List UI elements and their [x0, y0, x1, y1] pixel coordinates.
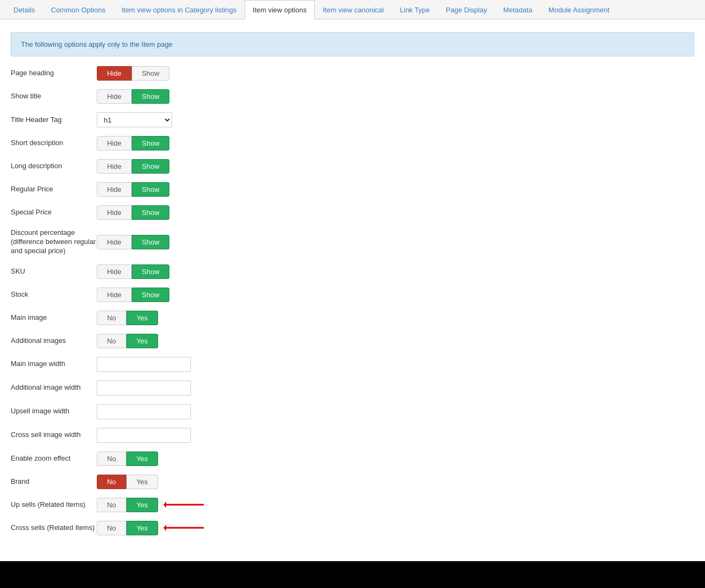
yes-btn-cross-sells[interactable]: Yes [126, 521, 158, 535]
hide-btn-discount-percentage[interactable]: Hide [97, 235, 132, 249]
row-discount-percentage: Discount percentage (difference between … [11, 224, 694, 260]
control-long-description: HideShow [97, 159, 169, 174]
select-title-header-tag[interactable]: h1h2h3h4h5h6 [97, 112, 172, 127]
input-main-image-width[interactable] [97, 357, 191, 372]
hide-btn-regular-price[interactable]: Hide [97, 182, 132, 197]
hide-btn-stock[interactable]: Hide [97, 288, 132, 302]
row-page-heading: Page headingHideShow [11, 62, 694, 85]
hide-btn-long-description[interactable]: Hide [97, 159, 132, 174]
row-stock: StockHideShow [11, 283, 694, 306]
btngroup-main-image: NoYes [97, 311, 158, 325]
row-sku: SKUHideShow [11, 260, 694, 283]
row-short-description: Short descriptionHideShow [11, 132, 694, 155]
show-btn-long-description[interactable]: Show [132, 159, 170, 174]
label-page-heading: Page heading [11, 69, 97, 78]
control-stock: HideShow [97, 288, 169, 302]
show-btn-page-heading[interactable]: Show [132, 66, 170, 81]
tab-module-assignment[interactable]: Module Assignment [540, 0, 617, 19]
control-main-image: NoYes [97, 311, 158, 325]
no-btn-enable-zoom-effect[interactable]: No [97, 451, 126, 466]
label-long-description: Long description [11, 162, 97, 171]
yes-btn-additional-images[interactable]: Yes [126, 334, 158, 348]
tab-item-view-options[interactable]: Item view options [245, 0, 315, 19]
control-brand: NoYes [97, 475, 158, 489]
yes-btn-enable-zoom-effect[interactable]: Yes [126, 451, 158, 466]
no-btn-up-sells[interactable]: No [97, 498, 126, 512]
control-show-title: HideShow [97, 89, 169, 104]
hide-btn-sku[interactable]: Hide [97, 264, 132, 279]
tab-metadata[interactable]: Metadata [495, 0, 540, 19]
btngroup-discount-percentage: HideShow [97, 235, 169, 249]
control-page-heading: HideShow [97, 66, 169, 81]
no-btn-additional-images[interactable]: No [97, 334, 126, 348]
input-upsell-image-width[interactable] [97, 404, 191, 419]
red-arrow-icon-up-sells [163, 498, 212, 511]
input-cross-sell-image-width[interactable] [97, 428, 191, 443]
row-enable-zoom-effect: Enable zoom effectNoYes [11, 447, 694, 470]
label-discount-percentage: Discount percentage (difference between … [11, 228, 97, 256]
row-cross-sells: Cross sells (Related Items)NoYes [11, 517, 694, 540]
yes-btn-up-sells[interactable]: Yes [126, 498, 158, 512]
label-main-image-width: Main image width [11, 360, 97, 369]
btngroup-special-price: HideShow [97, 205, 169, 220]
control-enable-zoom-effect: NoYes [97, 451, 158, 466]
hide-btn-show-title[interactable]: Hide [97, 89, 132, 104]
tab-page-display[interactable]: Page Display [438, 0, 495, 19]
row-long-description: Long descriptionHideShow [11, 155, 694, 178]
tab-link-type[interactable]: Link Type [392, 0, 438, 19]
control-regular-price: HideShow [97, 182, 169, 197]
yes-btn-brand[interactable]: Yes [126, 475, 158, 489]
btngroup-enable-zoom-effect: NoYes [97, 451, 158, 466]
label-stock: Stock [11, 290, 97, 299]
label-up-sells: Up sells (Related Items) [11, 500, 97, 510]
btngroup-show-title: HideShow [97, 89, 169, 104]
row-up-sells: Up sells (Related Items)NoYes [11, 493, 694, 517]
label-main-image: Main image [11, 313, 97, 322]
show-btn-stock[interactable]: Show [132, 288, 170, 302]
tab-item-view-category[interactable]: Item view options in Category listings [113, 0, 245, 19]
show-btn-discount-percentage[interactable]: Show [132, 235, 170, 249]
show-btn-special-price[interactable]: Show [132, 205, 170, 220]
row-upsell-image-width: Upsell image width [11, 400, 694, 424]
red-arrow-icon-cross-sells [163, 521, 212, 534]
no-btn-main-image[interactable]: No [97, 311, 126, 325]
btngroup-stock: HideShow [97, 288, 169, 302]
row-main-image: Main imageNoYes [11, 306, 694, 329]
row-special-price: Special PriceHideShow [11, 201, 694, 224]
show-btn-sku[interactable]: Show [132, 264, 170, 279]
hide-btn-page-heading[interactable]: Hide [97, 66, 132, 81]
label-short-description: Short description [11, 139, 97, 148]
row-additional-image-width: Additional image width [11, 376, 694, 400]
label-cross-sell-image-width: Cross sell image width [11, 431, 97, 440]
label-cross-sells: Cross sells (Related Items) [11, 524, 97, 533]
form-rows-container: Page headingHideShowShow titleHideShowTi… [11, 62, 694, 540]
tab-item-view-canonical[interactable]: Item view canonical [315, 0, 391, 19]
control-upsell-image-width [97, 404, 191, 419]
show-btn-show-title[interactable]: Show [132, 89, 170, 104]
show-btn-regular-price[interactable]: Show [132, 182, 170, 197]
row-title-header-tag: Title Header Tagh1h2h3h4h5h6 [11, 108, 694, 132]
svg-marker-3 [163, 525, 166, 531]
btngroup-sku: HideShow [97, 264, 169, 279]
row-additional-images: Additional imagesNoYes [11, 329, 694, 353]
tab-details[interactable]: Details [5, 0, 43, 19]
hide-btn-short-description[interactable]: Hide [97, 136, 132, 150]
label-additional-image-width: Additional image width [11, 383, 97, 392]
no-btn-brand[interactable]: No [97, 475, 126, 489]
control-special-price: HideShow [97, 205, 169, 220]
control-sku: HideShow [97, 264, 169, 279]
control-cross-sell-image-width [97, 428, 191, 443]
label-brand: Brand [11, 477, 97, 486]
label-enable-zoom-effect: Enable zoom effect [11, 454, 97, 463]
no-btn-cross-sells[interactable]: No [97, 521, 126, 535]
tab-common-options[interactable]: Common Options [43, 0, 113, 19]
hide-btn-special-price[interactable]: Hide [97, 205, 132, 220]
btngroup-short-description: HideShow [97, 136, 169, 150]
row-brand: BrandNoYes [11, 470, 694, 493]
info-banner-text: The following options apply only to the … [21, 40, 173, 48]
arrow-annotation-up-sells [163, 498, 212, 511]
label-sku: SKU [11, 267, 97, 276]
yes-btn-main-image[interactable]: Yes [126, 311, 158, 325]
input-additional-image-width[interactable] [97, 381, 191, 396]
show-btn-short-description[interactable]: Show [132, 136, 170, 150]
